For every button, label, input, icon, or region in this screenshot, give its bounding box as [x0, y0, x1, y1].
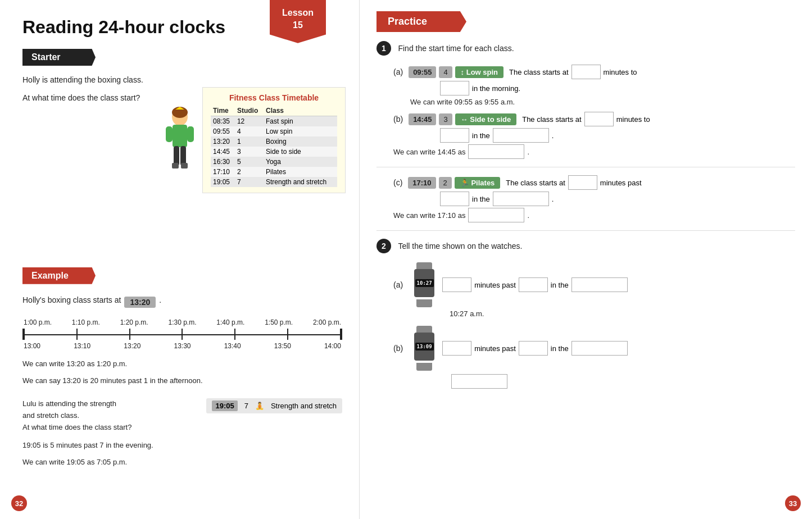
col-time: Time	[211, 106, 235, 116]
q1a-note: We can write 09:55 as 9:55 a.m.	[410, 98, 795, 106]
timetable-title: Fitness Class Timetable	[211, 93, 337, 102]
q2a-input2[interactable]	[519, 277, 548, 292]
question-2: 2 Tell the time shown on the watches.	[376, 239, 795, 253]
q2b-input1[interactable]	[442, 341, 471, 356]
q1c-input3[interactable]	[493, 192, 549, 206]
q2b-watch: 13:09	[409, 326, 439, 371]
starter-text1: Holly is attending the boxing class.	[22, 74, 342, 86]
svg-rect-7	[181, 163, 188, 169]
example-section: Example Holly's boxing class starts at 1…	[22, 267, 342, 468]
timetable-cell-1-0: 09:55	[211, 126, 235, 136]
q1b: (b) 14:45 3 ↔ Side to side The class sta…	[393, 112, 795, 159]
q1a-input1[interactable]	[571, 65, 601, 79]
q1b-input2[interactable]	[440, 128, 469, 143]
q1a-time: 09:55	[409, 66, 436, 78]
svg-rect-6	[172, 163, 179, 169]
timetable-cell-6-2: Strength and stretch	[264, 177, 337, 187]
girl-figure	[160, 107, 199, 187]
timeline-bar	[22, 329, 342, 340]
q1b-studio: 3	[439, 113, 452, 125]
q2a-watch: 10:27	[409, 262, 439, 307]
q1b-text2: minutes to	[616, 115, 650, 124]
q2b-input4[interactable]	[451, 374, 507, 389]
timetable-row: 08:3512Fast spin	[211, 116, 337, 127]
timeline-bottom-labels: 13:00 13:10 13:20 13:30 13:40 13:50 14:0…	[22, 342, 342, 350]
timetable-cell-3-2: Side to side	[264, 147, 337, 157]
lulu-class: Strength and stretch	[271, 402, 337, 410]
example-text: Holly's boxing class starts at	[22, 294, 121, 306]
starter-header: Starter	[22, 49, 96, 66]
q1b-input1[interactable]	[584, 112, 614, 126]
q1b-text3: in the	[472, 131, 490, 140]
q1c-input2[interactable]	[440, 192, 469, 206]
q2a-note: 10:27 a.m.	[450, 309, 795, 318]
q1b-label: (b)	[393, 115, 403, 124]
page-number-right: 33	[785, 495, 801, 511]
timetable-row: 17:102Pilates	[211, 167, 337, 177]
timetable-cell-2-1: 1	[235, 136, 264, 147]
q1b-note-prefix: We can write 14:45 as	[393, 148, 465, 156]
practice-header: Practice	[376, 11, 466, 32]
timetable-row: 13:201Boxing	[211, 136, 337, 147]
example-note1: We can write 13:20 as 1:20 p.m.	[22, 358, 342, 370]
q1b-input3[interactable]	[493, 128, 549, 143]
q1c-input4[interactable]	[468, 208, 524, 222]
right-panel: Practice 1 Find the start time for each …	[360, 0, 812, 519]
timetable-cell-1-1: 4	[235, 126, 264, 136]
lulu-time: 19:05	[212, 400, 237, 411]
lulu-timetable-inline: 19:05 7 🧘 Strength and stretch	[206, 398, 342, 413]
q2a-text1: minutes past	[474, 281, 516, 289]
lulu-note2: We can write 19:05 as 7:05 p.m.	[22, 456, 342, 468]
q1a-text3: in the morning.	[472, 84, 520, 93]
lulu-text: Lulu is attending the strength and stret…	[22, 398, 195, 433]
q1c-input1[interactable]	[568, 175, 597, 190]
svg-rect-4	[174, 146, 179, 166]
q1c-label: (c)	[393, 178, 402, 187]
q1a-class: ↕ Low spin	[455, 66, 503, 78]
q1a-input2[interactable]	[440, 81, 469, 95]
timetable-cell-5-1: 2	[235, 167, 264, 177]
q1b-class: ↔ Side to side	[455, 113, 517, 125]
lesson-badge: Lesson 15	[270, 0, 326, 43]
q1c-studio: 2	[439, 177, 452, 189]
q2a-input1[interactable]	[442, 277, 471, 292]
lulu-studio: 7	[244, 402, 248, 410]
lesson-label: Lesson	[282, 8, 314, 17]
timetable-cell-5-2: Pilates	[264, 167, 337, 177]
timetable-row: 19:057Strength and stretch	[211, 177, 337, 187]
left-panel: Reading 24-hour clocks Lesson 15 Starter…	[0, 0, 360, 519]
timetable-cell-0-2: Fast spin	[264, 116, 337, 127]
q2a: (a) 10:27 minutes past in the 10:27 a.m.	[393, 262, 795, 318]
q1b-time: 14:45	[409, 113, 436, 125]
timetable-cell-6-0: 19:05	[211, 177, 235, 187]
svg-rect-2	[166, 126, 173, 142]
timetable-cell-0-1: 12	[235, 116, 264, 127]
page-container: Reading 24-hour clocks Lesson 15 Starter…	[0, 0, 812, 519]
timetable-cell-1-2: Low spin	[264, 126, 337, 136]
q1a-studio: 4	[439, 66, 452, 78]
question-1: 1 Find the start time for each class.	[376, 41, 795, 56]
q1c-time: 17:10	[408, 177, 436, 189]
timetable-box: Fitness Class Timetable Time Studio Clas…	[202, 87, 346, 193]
q1c-text1: The class starts at	[506, 179, 565, 187]
timetable-cell-3-0: 14:45	[211, 147, 235, 157]
lulu-note1: 19:05 is 5 minutes past 7 in the evening…	[22, 439, 342, 452]
q2b-input3[interactable]	[571, 341, 628, 356]
example-intro: Holly's boxing class starts at 13:20 .	[22, 294, 342, 311]
example-note2: We can say 13:20 is 20 minutes past 1 in…	[22, 375, 342, 387]
timetable-row: 16:305Yoga	[211, 157, 337, 167]
q1-text: Find the start time for each class.	[398, 44, 514, 53]
timetable-cell-4-0: 16:30	[211, 157, 235, 167]
q1a-text2: minutes to	[604, 68, 637, 76]
timetable-cell-3-1: 3	[235, 147, 264, 157]
timetable-row: 09:554Low spin	[211, 126, 337, 136]
q2b-label: (b)	[393, 344, 403, 353]
timetable-cell-4-2: Yoga	[264, 157, 337, 167]
page-number-left: 32	[11, 495, 27, 511]
q2a-input3[interactable]	[571, 277, 628, 292]
q2b-input2[interactable]	[519, 341, 548, 356]
q1b-input4[interactable]	[468, 144, 524, 159]
q2-number: 2	[376, 239, 391, 253]
q2b-text2: in the	[551, 344, 569, 353]
col-studio: Studio	[235, 106, 264, 116]
